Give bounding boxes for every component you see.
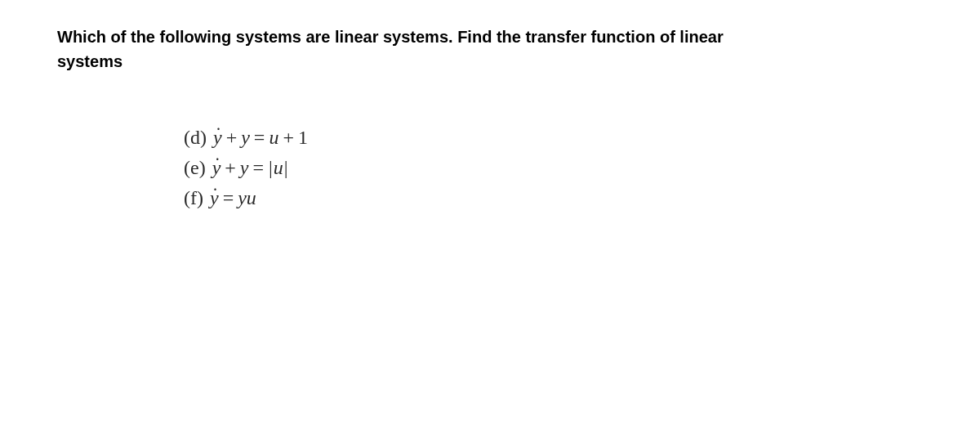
equals-operator: = (223, 187, 234, 208)
y-dot-variable: y (210, 183, 219, 213)
y-variable: y (240, 157, 249, 178)
question-prompt: Which of the following systems are linea… (57, 25, 923, 74)
constant-1: 1 (298, 127, 308, 148)
y-variable: y (238, 187, 247, 208)
equation-f-label: (f) (184, 183, 203, 213)
equations-list: (d) y+y=u+1 (e) y+y=|u| (f) y=yu (184, 123, 923, 213)
equation-d-expression: y+y=u+1 (213, 123, 308, 152)
equation-f: (f) y=yu (184, 183, 923, 213)
u-variable: u (274, 157, 283, 178)
equation-f-expression: y=yu (210, 183, 256, 213)
y-variable: y (241, 127, 250, 148)
equals-operator: = (254, 127, 265, 148)
equation-d-label: (d) (184, 123, 207, 152)
equals-operator: = (253, 157, 265, 178)
equation-e-label: (e) (184, 153, 206, 182)
equation-e-expression: y+y=|u| (212, 153, 289, 182)
abs-bar-left: | (269, 157, 273, 178)
question-line-2: systems (57, 52, 122, 70)
plus-operator: + (226, 127, 238, 148)
plus-operator: + (225, 157, 236, 178)
plus-operator: + (283, 127, 294, 148)
question-line-1: Which of the following systems are linea… (57, 28, 724, 46)
abs-bar-right: | (284, 157, 288, 178)
u-variable: u (247, 187, 256, 208)
equation-d: (d) y+y=u+1 (184, 123, 923, 152)
equation-e: (e) y+y=|u| (184, 153, 923, 182)
u-variable: u (269, 127, 278, 148)
